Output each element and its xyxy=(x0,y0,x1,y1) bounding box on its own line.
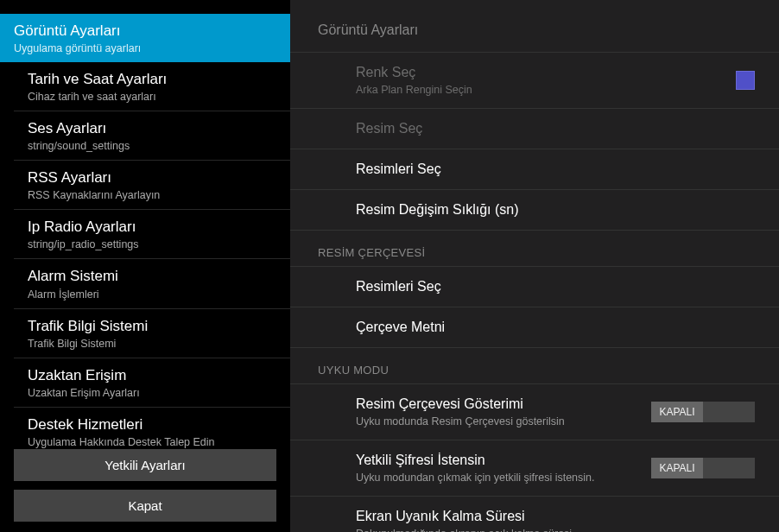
row-sleep-password[interactable]: Yetkili Şifresi İstensin Uyku modundan ç… xyxy=(290,440,779,497)
sidebar-item-subtitle: Uygulama Hakkında Destek Talep Edin xyxy=(28,436,276,448)
sidebar-item-sound[interactable]: Ses Ayarları string/sound_settings xyxy=(14,111,290,161)
section-header-frame: RESİM ÇERÇEVESİ xyxy=(290,231,779,267)
sidebar-item-traffic[interactable]: Trafik Bilgi Sistemi Trafik Bilgi Sistem… xyxy=(14,309,290,358)
sidebar: Görüntü Ayarları Uygulama görüntü ayarla… xyxy=(0,0,290,532)
admin-settings-button[interactable]: Yetkili Ayarları xyxy=(14,449,276,481)
sidebar-item-subtitle: Cihaz tarih ve saat ayarları xyxy=(28,91,276,103)
sidebar-item-subtitle: string/ip_radio_settings xyxy=(28,238,276,250)
toggle-knob: KAPALI xyxy=(651,402,703,422)
sidebar-item-ipradio[interactable]: Ip Radio Ayarları string/ip_radio_settin… xyxy=(14,210,290,259)
sidebar-item-title: Uzaktan Erişim xyxy=(28,366,276,385)
row-subtitle: Uyku modunda Resim Çerçevesi gösterilsin xyxy=(356,415,651,428)
row-text: Resimleri Seç xyxy=(356,279,755,294)
row-title: Renk Seç xyxy=(356,65,736,80)
row-title: Resimleri Seç xyxy=(356,162,755,177)
sidebar-item-title: Ses Ayarları xyxy=(28,119,276,138)
sidebar-item-remote[interactable]: Uzaktan Erişim Uzaktan Erişim Ayarları xyxy=(14,358,290,408)
sidebar-item-title: Tarih ve Saat Ayarları xyxy=(28,70,276,89)
row-title: Çerçeve Metni xyxy=(356,320,755,335)
row-title: Yetkili Şifresi İstensin xyxy=(356,453,651,468)
row-title: Resim Seç xyxy=(356,121,755,136)
sidebar-item-support[interactable]: Destek Hizmetleri Uygulama Hakkında Dest… xyxy=(14,408,290,449)
sidebar-item-title: RSS Ayarları xyxy=(28,168,276,187)
row-image-pick[interactable]: Resim Seç xyxy=(290,109,779,149)
sidebar-item-title: Görüntü Ayarları xyxy=(14,22,276,41)
row-sleep-frame-display[interactable]: Resim Çerçevesi Gösterimi Uyku modunda R… xyxy=(290,384,779,440)
sidebar-items: Görüntü Ayarları Uygulama görüntü ayarla… xyxy=(0,0,290,449)
toggle-sleep-password[interactable]: KAPALI xyxy=(651,458,755,478)
toggle-knob: KAPALI xyxy=(651,458,703,478)
row-subtitle: Uyku modundan çıkmak için yetkili şifres… xyxy=(356,472,651,484)
row-title: Resim Çerçevesi Gösterimi xyxy=(356,396,651,412)
row-select-images[interactable]: Resimleri Seç xyxy=(290,149,779,190)
row-change-frequency[interactable]: Resim Değişim Sıklığı (sn) xyxy=(290,190,779,231)
row-text: Renk Seç Arka Plan Rengini Seçin xyxy=(356,65,736,96)
row-text: Resim Değişim Sıklığı (sn) xyxy=(356,202,755,218)
close-button[interactable]: Kapat xyxy=(14,490,276,522)
row-color-pick[interactable]: Renk Seç Arka Plan Rengini Seçin xyxy=(290,53,779,109)
row-subtitle: Dokunulmadığında ekranın açık kalma süre… xyxy=(356,528,755,532)
row-text: Resim Seç xyxy=(356,121,755,136)
sidebar-item-display[interactable]: Görüntü Ayarları Uygulama görüntü ayarla… xyxy=(0,14,290,62)
sidebar-item-title: Alarm Sistemi xyxy=(28,267,276,286)
sidebar-item-subtitle: string/sound_settings xyxy=(28,140,276,152)
sidebar-item-datetime[interactable]: Tarih ve Saat Ayarları Cihaz tarih ve sa… xyxy=(14,62,290,111)
sidebar-item-subtitle: Alarm İşlemleri xyxy=(28,288,276,301)
sidebar-buttons: Yetkili Ayarları Kapat xyxy=(0,449,290,532)
sidebar-item-title: Destek Hizmetleri xyxy=(28,415,276,434)
sidebar-item-alarm[interactable]: Alarm Sistemi Alarm İşlemleri xyxy=(14,259,290,308)
row-text: Çerçeve Metni xyxy=(356,320,755,335)
row-text: Resimleri Seç xyxy=(356,162,755,177)
row-title: Resim Değişim Sıklığı (sn) xyxy=(356,202,755,218)
main-panel: Görüntü Ayarları Renk Seç Arka Plan Reng… xyxy=(290,0,779,532)
section-header-sleep: UYKU MODU xyxy=(290,348,779,384)
color-swatch xyxy=(736,71,755,90)
row-sleep-wake-duration[interactable]: Ekran Uyanık Kalma Süresi Dokunulmadığın… xyxy=(290,497,779,532)
row-frame-text[interactable]: Çerçeve Metni xyxy=(290,307,779,348)
toggle-sleep-frame[interactable]: KAPALI xyxy=(651,402,755,422)
row-text: Resim Çerçevesi Gösterimi Uyku modunda R… xyxy=(356,396,651,428)
sidebar-item-subtitle: Uygulama görüntü ayarları xyxy=(14,42,276,54)
row-text: Ekran Uyanık Kalma Süresi Dokunulmadığın… xyxy=(356,509,755,532)
sidebar-item-subtitle: Trafik Bilgi Sistemi xyxy=(28,338,276,350)
main-header: Görüntü Ayarları xyxy=(290,0,779,53)
sidebar-item-title: Trafik Bilgi Sistemi xyxy=(28,317,276,336)
row-title: Resimleri Seç xyxy=(356,279,755,294)
sidebar-item-subtitle: RSS Kaynaklarını Ayarlayın xyxy=(28,189,276,201)
row-frame-select-images[interactable]: Resimleri Seç xyxy=(290,267,779,307)
sidebar-item-subtitle: Uzaktan Erişim Ayarları xyxy=(28,387,276,399)
sidebar-item-title: Ip Radio Ayarları xyxy=(28,218,276,237)
row-title: Ekran Uyanık Kalma Süresi xyxy=(356,509,755,524)
sidebar-item-rss[interactable]: RSS Ayarları RSS Kaynaklarını Ayarlayın xyxy=(14,161,290,210)
row-text: Yetkili Şifresi İstensin Uyku modundan ç… xyxy=(356,453,651,484)
row-subtitle: Arka Plan Rengini Seçin xyxy=(356,84,736,96)
